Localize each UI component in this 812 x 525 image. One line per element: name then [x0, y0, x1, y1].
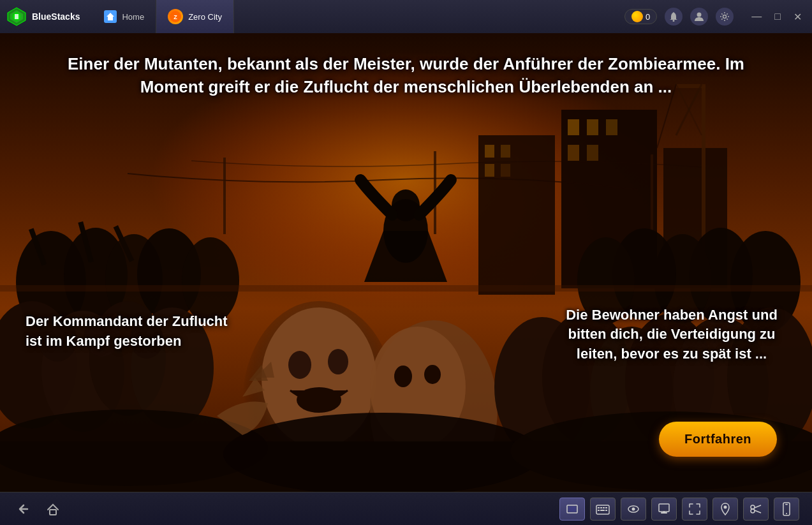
notification-button[interactable]: [665, 8, 683, 26]
svg-point-87: [724, 505, 727, 508]
svg-point-93: [786, 513, 787, 514]
taskbar: [0, 492, 812, 525]
svg-rect-75: [568, 507, 576, 512]
home-taskbar-button[interactable]: [43, 499, 63, 519]
taskbar-right: [559, 498, 799, 521]
bluestacks-logo: BlueStacks: [6, 6, 80, 27]
back-button[interactable]: [13, 499, 33, 519]
eye-button[interactable]: [621, 498, 646, 521]
svg-rect-82: [600, 510, 605, 511]
zerocity-tab-icon: Z: [168, 9, 183, 24]
coin-count: 0: [646, 12, 650, 22]
svg-rect-86: [659, 504, 669, 512]
svg-text:Z: Z: [173, 14, 177, 20]
svg-point-8: [723, 15, 727, 18]
continue-button[interactable]: Fortfahren: [659, 422, 777, 457]
taskbar-left: [13, 499, 63, 519]
svg-rect-77: [598, 507, 600, 508]
home-tab-icon: [104, 10, 117, 23]
screen-capture-button[interactable]: [559, 498, 585, 521]
svg-rect-94: [785, 504, 788, 505]
svg-point-7: [697, 13, 702, 17]
svg-point-89: [751, 509, 755, 513]
story-text-top: Einer der Mutanten, bekannt als der Meis…: [0, 52, 812, 99]
rotate-button[interactable]: [651, 498, 677, 521]
svg-rect-73: [50, 510, 56, 515]
svg-rect-80: [605, 507, 607, 508]
titlebar: BlueStacks Home Z Zero City: [0, 0, 812, 33]
story-text-top-content: Einer der Mutanten, bekannt als der Meis…: [51, 52, 761, 99]
titlebar-right: 0 — □ ✕: [624, 8, 806, 26]
tab-home-label: Home: [122, 12, 144, 22]
story-text-left-content: Der Kommandant der Zuflucht ist im Kampf…: [26, 312, 230, 351]
tab-home[interactable]: Home: [92, 0, 156, 33]
svg-rect-79: [603, 507, 605, 508]
window-controls: — □ ✕: [748, 8, 806, 26]
svg-rect-83: [605, 510, 607, 511]
story-text-right-content: Die Bewohner haben Angst und bitten dich…: [557, 306, 786, 364]
tab-zerocity-label: Zero City: [188, 12, 222, 22]
account-button[interactable]: [690, 8, 708, 26]
svg-point-85: [632, 507, 635, 510]
location-button[interactable]: [712, 498, 738, 521]
phone-button[interactable]: [774, 498, 799, 521]
game-area: Einer der Mutanten, bekannt als der Meis…: [0, 33, 812, 492]
tabs-container: Home Z Zero City: [92, 0, 624, 33]
svg-rect-81: [598, 510, 600, 511]
coin-icon: [631, 11, 643, 22]
svg-line-91: [755, 510, 761, 513]
svg-rect-3: [15, 14, 18, 19]
svg-line-90: [755, 505, 761, 508]
scissors-button[interactable]: [743, 498, 769, 521]
minimize-button[interactable]: —: [748, 8, 765, 25]
settings-button[interactable]: [716, 8, 734, 26]
keyboard-button[interactable]: [590, 498, 616, 521]
close-button[interactable]: ✕: [790, 8, 806, 26]
coin-badge: 0: [624, 9, 657, 24]
svg-point-88: [751, 505, 755, 509]
story-text-right: Die Bewohner haben Angst und bitten dich…: [557, 306, 786, 364]
tab-zerocity[interactable]: Z Zero City: [156, 0, 234, 33]
maximize-button[interactable]: □: [771, 8, 785, 25]
fullscreen-button[interactable]: [682, 498, 707, 521]
bluestacks-logo-icon: [6, 6, 27, 27]
svg-rect-78: [600, 507, 602, 508]
svg-point-6: [673, 20, 675, 22]
story-text-left: Der Kommandant der Zuflucht ist im Kampf…: [26, 312, 230, 351]
bluestacks-label: BlueStacks: [32, 11, 80, 22]
